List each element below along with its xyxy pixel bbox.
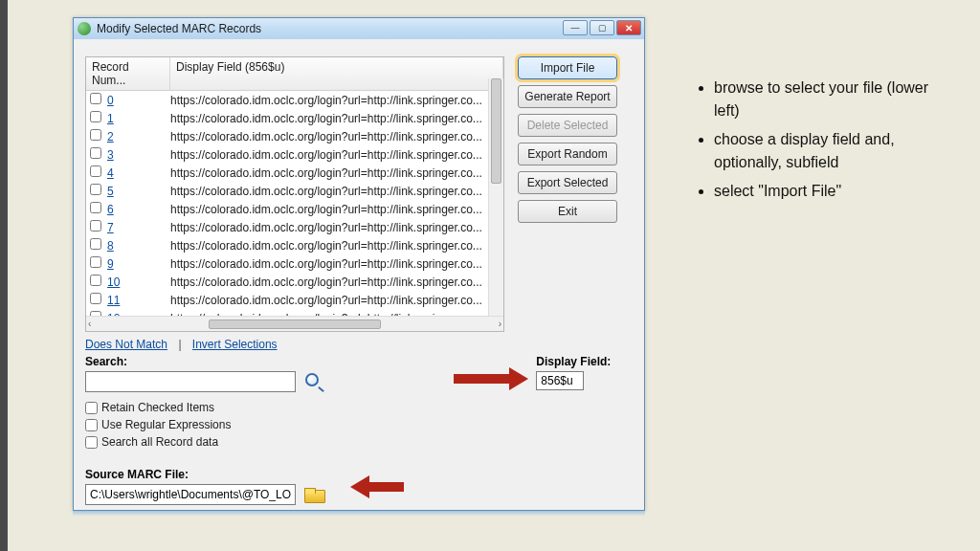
display-field-input[interactable] — [536, 371, 584, 390]
use-regex-option[interactable]: Use Regular Expressions — [85, 416, 325, 433]
exit-button[interactable]: Exit — [518, 200, 617, 223]
record-number-link[interactable]: 7 — [107, 221, 170, 234]
row-checkbox[interactable] — [90, 238, 101, 250]
globe-icon — [78, 22, 91, 35]
record-url: https://colorado.idm.oclc.org/login?url=… — [170, 166, 503, 180]
record-url: https://colorado.idm.oclc.org/login?url=… — [170, 112, 503, 125]
arrow-to-display-field — [454, 374, 509, 384]
col-display-field[interactable]: Display Field (856$u) — [170, 57, 503, 90]
search-all-data-option[interactable]: Search all Record data — [85, 433, 325, 451]
delete-selected-button[interactable]: Delete Selected — [518, 114, 617, 137]
record-url: https://colorado.idm.oclc.org/login?url=… — [170, 294, 503, 307]
row-checkbox[interactable] — [90, 256, 101, 268]
record-url: https://colorado.idm.oclc.org/login?url=… — [170, 221, 503, 234]
record-number-link[interactable]: 11 — [107, 294, 170, 307]
table-row[interactable]: 4https://colorado.idm.oclc.org/login?url… — [86, 164, 503, 182]
import-file-button[interactable]: Import File — [518, 56, 617, 79]
row-checkbox[interactable] — [90, 111, 101, 122]
record-url: https://colorado.idm.oclc.org/login?url=… — [170, 185, 503, 198]
row-checkbox[interactable] — [90, 202, 101, 213]
row-checkbox[interactable] — [90, 147, 101, 159]
modify-marc-window: Modify Selected MARC Records — ▢ ✕ Recor… — [73, 17, 645, 511]
table-row[interactable]: 10https://colorado.idm.oclc.org/login?ur… — [86, 273, 503, 291]
link-separator: | — [178, 338, 181, 351]
row-checkbox[interactable] — [90, 220, 101, 231]
note-3: select "Import File" — [714, 180, 944, 203]
table-row[interactable]: 3https://colorado.idm.oclc.org/login?url… — [86, 145, 503, 164]
titlebar: Modify Selected MARC Records — ▢ ✕ — [74, 18, 644, 39]
table-row[interactable]: 7https://colorado.idm.oclc.org/login?url… — [86, 218, 503, 236]
table-row[interactable]: 6https://colorado.idm.oclc.org/login?url… — [86, 200, 503, 218]
maximize-button[interactable]: ▢ — [590, 20, 614, 35]
search-label: Search: — [85, 355, 325, 368]
note-2: choose a display field and, optionally, … — [714, 128, 944, 174]
record-number-link[interactable]: 4 — [107, 166, 170, 180]
record-number-link[interactable]: 5 — [107, 185, 170, 198]
record-number-link[interactable]: 0 — [107, 94, 170, 107]
export-random-button[interactable]: Export Random — [518, 143, 617, 165]
display-field-label: Display Field: — [536, 355, 611, 368]
search-input[interactable] — [85, 371, 296, 392]
record-number-link[interactable]: 9 — [107, 257, 170, 271]
record-url: https://colorado.idm.oclc.org/login?url=… — [170, 276, 503, 289]
record-url: https://colorado.idm.oclc.org/login?url=… — [170, 203, 503, 216]
vertical-scrollbar[interactable] — [488, 78, 503, 316]
search-icon[interactable] — [304, 372, 325, 393]
record-number-link[interactable]: 10 — [107, 276, 170, 289]
record-url: https://colorado.idm.oclc.org/login?url=… — [170, 257, 503, 271]
source-file-input[interactable] — [85, 484, 296, 505]
table-row[interactable]: 12https://colorado.idm.oclc.org/login?ur… — [86, 309, 503, 316]
record-url: https://colorado.idm.oclc.org/login?url=… — [170, 130, 503, 143]
record-url: https://colorado.idm.oclc.org/login?url=… — [170, 94, 503, 107]
records-table[interactable]: Record Num... Display Field (856$u) 0htt… — [85, 56, 504, 332]
table-row[interactable]: 2https://colorado.idm.oclc.org/login?url… — [86, 127, 503, 145]
record-url: https://colorado.idm.oclc.org/login?url=… — [170, 239, 503, 253]
browse-folder-icon[interactable] — [304, 488, 323, 503]
export-selected-button[interactable]: Export Selected — [518, 171, 617, 194]
invert-selections-link[interactable]: Invert Selections — [192, 338, 278, 351]
record-number-link[interactable]: 2 — [107, 130, 170, 143]
row-checkbox[interactable] — [90, 184, 101, 195]
note-1: browse to select your file (lower left) — [714, 77, 944, 122]
window-title: Modify Selected MARC Records — [97, 22, 261, 35]
close-button[interactable]: ✕ — [616, 20, 641, 35]
minimize-button[interactable]: — — [563, 20, 588, 35]
table-row[interactable]: 0https://colorado.idm.oclc.org/login?url… — [86, 91, 503, 109]
record-url: https://colorado.idm.oclc.org/login?url=… — [170, 148, 503, 162]
window-shadow — [73, 511, 645, 517]
table-row[interactable]: 11https://colorado.idm.oclc.org/login?ur… — [86, 291, 503, 309]
table-row[interactable]: 1https://colorado.idm.oclc.org/login?url… — [86, 109, 503, 127]
col-record-number[interactable]: Record Num... — [86, 57, 170, 90]
row-checkbox[interactable] — [90, 275, 101, 286]
record-number-link[interactable]: 6 — [107, 203, 170, 216]
arrow-to-source-file — [369, 482, 404, 492]
row-checkbox[interactable] — [90, 165, 101, 177]
table-row[interactable]: 5https://colorado.idm.oclc.org/login?url… — [86, 182, 503, 200]
row-checkbox[interactable] — [90, 93, 101, 104]
retain-checked-option[interactable]: Retain Checked Items — [85, 399, 325, 416]
record-number-link[interactable]: 8 — [107, 239, 170, 253]
table-row[interactable]: 8https://colorado.idm.oclc.org/login?url… — [86, 236, 503, 254]
instruction-notes: browse to select your file (lower left) … — [695, 77, 944, 209]
record-number-link[interactable]: 1 — [107, 112, 170, 125]
does-not-match-link[interactable]: Does Not Match — [85, 338, 167, 351]
row-checkbox[interactable] — [90, 293, 101, 304]
record-number-link[interactable]: 3 — [107, 148, 170, 162]
generate-report-button[interactable]: Generate Report — [518, 85, 617, 108]
horizontal-scrollbar[interactable] — [86, 316, 503, 331]
table-row[interactable]: 9https://colorado.idm.oclc.org/login?url… — [86, 254, 503, 273]
row-checkbox[interactable] — [90, 129, 101, 141]
